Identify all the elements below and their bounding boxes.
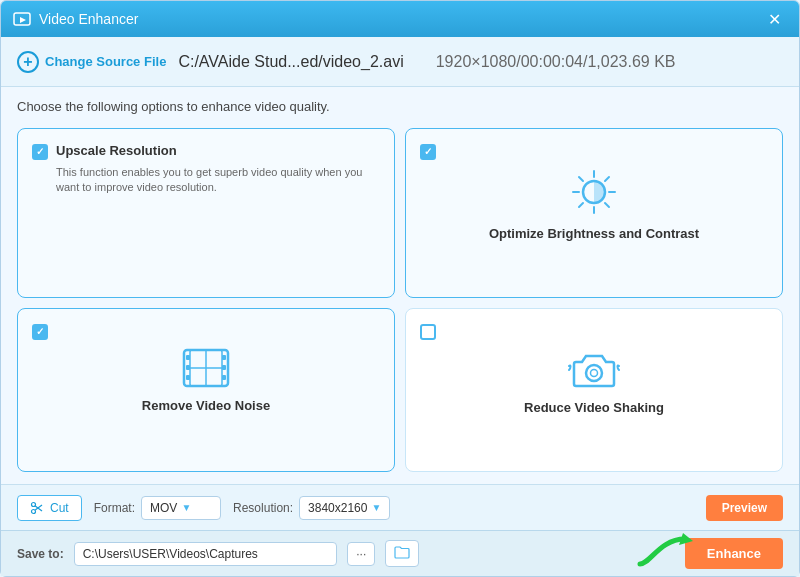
svg-rect-14 (186, 365, 190, 370)
title-bar-left: Video Enhancer (13, 10, 138, 28)
film-icon (178, 346, 234, 390)
footer-bar: Save to: ··· Enhance (1, 530, 799, 576)
svg-point-23 (32, 502, 36, 506)
svg-point-22 (591, 370, 598, 377)
subtitle: Choose the following options to enhance … (17, 99, 783, 114)
noise-icon-area: Remove Video Noise (32, 346, 380, 413)
shaking-title: Reduce Video Shaking (524, 400, 664, 415)
svg-rect-18 (222, 375, 226, 380)
change-source-button[interactable]: + Change Source File (17, 51, 166, 73)
video-enhancer-window: Video Enhancer ✕ + Change Source File C:… (0, 0, 800, 577)
option-upscale[interactable]: ✓ Upscale Resolution This function enabl… (17, 128, 395, 298)
shaking-checkbox-row (420, 323, 768, 340)
resolution-label: Resolution: (233, 501, 293, 515)
enhance-wrapper: Enhance (685, 538, 783, 569)
resolution-arrow-icon: ▼ (371, 502, 381, 513)
app-icon (13, 10, 31, 28)
bottom-bar: Cut Format: MOV ▼ Resolution: 3840x2160 … (1, 484, 799, 530)
format-label: Format: (94, 501, 135, 515)
shaking-checkbox[interactable] (420, 324, 436, 340)
enhance-button[interactable]: Enhance (685, 538, 783, 569)
title-bar: Video Enhancer ✕ (1, 1, 799, 37)
format-dropdown[interactable]: MOV ▼ (141, 496, 221, 520)
svg-line-9 (605, 177, 609, 181)
resolution-group: Resolution: 3840x2160 ▼ (233, 496, 390, 520)
svg-marker-1 (20, 17, 26, 23)
format-arrow-icon: ▼ (181, 502, 191, 513)
option-shaking[interactable]: Reduce Video Shaking (405, 308, 783, 472)
brightness-title: Optimize Brightness and Contrast (489, 226, 699, 241)
folder-icon (394, 545, 410, 559)
camera-icon (566, 346, 622, 392)
noise-checkbox[interactable]: ✓ (32, 324, 48, 340)
browse-dots-button[interactable]: ··· (347, 542, 375, 566)
preview-button[interactable]: Preview (706, 495, 783, 521)
plus-circle-icon: + (17, 51, 39, 73)
brightness-checkbox-row: ✓ (420, 143, 768, 160)
option-brightness[interactable]: ✓ (405, 128, 783, 298)
cut-label: Cut (50, 501, 69, 515)
upscale-title: Upscale Resolution (56, 143, 177, 158)
upscale-desc: This function enables you to get superb … (56, 165, 380, 196)
format-group: Format: MOV ▼ (94, 496, 221, 520)
svg-rect-13 (186, 355, 190, 360)
noise-checkbox-row: ✓ (32, 323, 380, 340)
svg-rect-17 (222, 365, 226, 370)
options-grid: ✓ Upscale Resolution This function enabl… (17, 128, 783, 472)
svg-line-26 (35, 505, 42, 510)
svg-point-24 (32, 509, 36, 513)
toolbar: + Change Source File C:/AVAide Stud...ed… (1, 37, 799, 87)
svg-rect-16 (222, 355, 226, 360)
upscale-checkbox[interactable]: ✓ (32, 144, 48, 160)
resolution-dropdown[interactable]: 3840x2160 ▼ (299, 496, 390, 520)
svg-point-21 (586, 365, 602, 381)
open-folder-button[interactable] (385, 540, 419, 567)
save-to-label: Save to: (17, 547, 64, 561)
upscale-checkbox-row: ✓ Upscale Resolution (32, 143, 380, 160)
svg-line-10 (579, 203, 583, 207)
cut-button[interactable]: Cut (17, 495, 82, 521)
file-path: C:/AVAide Stud...ed/video_2.avi (178, 53, 403, 71)
file-meta: 1920×1080/00:00:04/1,023.69 KB (436, 53, 676, 71)
save-path-input[interactable] (74, 542, 338, 566)
svg-marker-27 (679, 533, 693, 545)
resolution-value: 3840x2160 (308, 501, 367, 515)
close-button[interactable]: ✕ (762, 8, 787, 31)
shaking-icon-area: Reduce Video Shaking (420, 346, 768, 415)
option-noise[interactable]: ✓ (17, 308, 395, 472)
window-title: Video Enhancer (39, 11, 138, 27)
svg-line-8 (605, 203, 609, 207)
noise-title: Remove Video Noise (142, 398, 270, 413)
content-area: Choose the following options to enhance … (1, 87, 799, 484)
svg-line-7 (579, 177, 583, 181)
scissors-icon (30, 501, 44, 515)
brightness-checkbox[interactable]: ✓ (420, 144, 436, 160)
sun-icon (568, 166, 620, 218)
brightness-icon-area: Optimize Brightness and Contrast (420, 166, 768, 241)
change-source-label: Change Source File (45, 54, 166, 69)
svg-line-25 (35, 506, 42, 511)
arrow-indicator (635, 529, 695, 573)
svg-rect-15 (186, 375, 190, 380)
format-value: MOV (150, 501, 177, 515)
